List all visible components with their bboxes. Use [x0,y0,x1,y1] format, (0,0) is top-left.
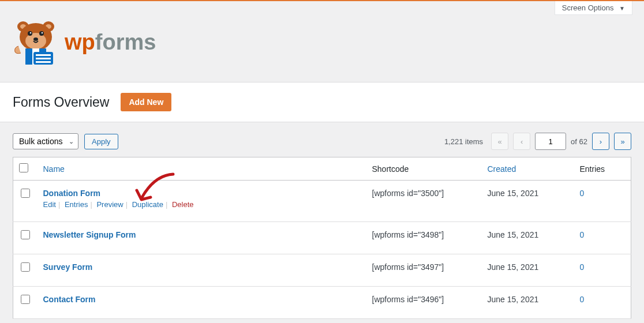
chevron-down-icon: ▼ [619,5,625,12]
first-page-button: « [491,133,508,150]
page-header: Forms Overview Add New [0,82,644,122]
form-title-link[interactable]: Survey Form [43,262,93,272]
shortcode-cell: [wpforms id="3497"] [366,254,482,287]
forms-table: Name Shortcode Created Entries Donation … [13,157,631,319]
table-row: Donation Form Edit| Entries| Preview| Du… [13,181,631,222]
column-entries: Entries [574,157,631,181]
page-title: Forms Overview [13,95,109,110]
row-checkbox[interactable] [21,262,30,272]
pagination: 1,221 items « ‹ of 62 › » [444,133,631,150]
table-row: Survey Form [wpforms id="3497"] June 15,… [13,254,631,287]
edit-link[interactable]: Edit [43,200,56,209]
shortcode-cell: [wpforms id="3500"] [366,181,482,222]
form-title-link[interactable]: Contact Form [43,295,96,304]
wpforms-logo: wpforms [13,21,174,65]
tablenav-top: Bulk actions ⌄ Apply 1,221 items « ‹ of … [0,122,644,157]
entries-count-link[interactable]: 0 [580,262,585,272]
entries-count-link[interactable]: 0 [580,295,585,304]
preview-link[interactable]: Preview [96,200,123,209]
svg-point-9 [42,32,43,34]
svg-point-7 [39,31,44,36]
row-actions: Edit| Entries| Preview| Duplicate| Delet… [43,200,361,209]
form-title-link[interactable]: Donation Form [43,189,101,198]
add-new-button[interactable]: Add New [121,93,171,111]
svg-rect-17 [36,61,51,63]
prev-page-button: ‹ [513,133,530,150]
current-page-input[interactable] [535,133,566,150]
shortcode-cell: [wpforms id="3498"] [366,222,482,254]
created-cell: June 15, 2021 [482,222,574,254]
table-row: Newsletter Signup Form [wpforms id="3498… [13,222,631,254]
created-cell: June 15, 2021 [482,181,574,222]
screen-options-wrap: Screen Options ▼ [0,1,644,15]
entries-link[interactable]: Entries [65,200,88,209]
select-all-checkbox[interactable] [19,163,28,172]
svg-point-8 [30,32,32,34]
form-title-link[interactable]: Newsletter Signup Form [43,230,136,239]
column-shortcode: Shortcode [366,157,482,181]
wpforms-bear-icon [13,21,59,65]
duplicate-link[interactable]: Duplicate [132,200,163,209]
column-name-sort[interactable]: Name [43,164,65,174]
delete-link[interactable]: Delete [172,200,194,209]
svg-rect-11 [25,48,32,65]
items-count: 1,221 items [444,137,483,146]
svg-rect-15 [36,54,51,56]
created-cell: June 15, 2021 [482,287,574,319]
row-checkbox[interactable] [21,295,30,304]
apply-button[interactable]: Apply [84,134,118,149]
svg-point-10 [33,37,38,41]
created-cell: June 15, 2021 [482,254,574,287]
entries-count-link[interactable]: 0 [580,189,585,198]
logo-header: wpforms [0,15,644,82]
svg-text:wpforms: wpforms [65,30,156,54]
bulk-actions-select[interactable]: Bulk actions [13,133,78,149]
column-created-sort[interactable]: Created [488,164,516,174]
screen-options-button[interactable]: Screen Options ▼ [555,1,632,15]
last-page-button[interactable]: » [614,133,631,150]
page-total-text: of 62 [571,137,587,146]
screen-options-label: Screen Options [562,3,614,12]
next-page-button[interactable]: › [592,133,609,150]
bulk-actions-wrap: Bulk actions ⌄ Apply [13,133,118,149]
svg-rect-16 [36,58,51,59]
table-row: Contact Form [wpforms id="3496"] June 15… [13,287,631,319]
entries-count-link[interactable]: 0 [580,230,585,239]
svg-point-6 [28,31,32,36]
wpforms-wordmark: wpforms [65,29,174,57]
shortcode-cell: [wpforms id="3496"] [366,287,482,319]
row-checkbox[interactable] [21,230,30,239]
row-checkbox[interactable] [21,189,30,198]
